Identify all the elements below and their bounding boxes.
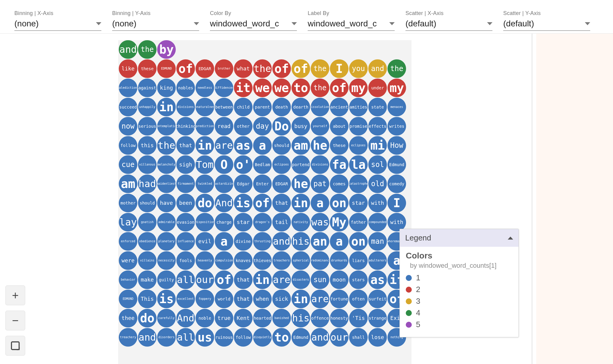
- data-point[interactable]: tail: [272, 213, 291, 231]
- data-point[interactable]: yourself: [311, 117, 329, 136]
- data-point[interactable]: brother: [215, 59, 233, 78]
- data-point[interactable]: unnaturalness: [196, 98, 214, 116]
- data-point[interactable]: in: [253, 270, 272, 289]
- data-point[interactable]: nativity: [292, 213, 310, 231]
- zoom-in-button[interactable]: +: [5, 285, 25, 305]
- data-point[interactable]: other: [234, 117, 253, 136]
- data-point[interactable]: writes: [387, 117, 406, 136]
- data-point[interactable]: Bedlam: [253, 155, 272, 174]
- fit-to-screen-button[interactable]: [5, 336, 25, 356]
- data-point[interactable]: nobles: [176, 79, 195, 97]
- data-point[interactable]: in: [196, 136, 214, 155]
- data-point[interactable]: and: [272, 232, 291, 251]
- data-point[interactable]: he: [292, 175, 310, 193]
- data-point[interactable]: portend: [292, 155, 310, 174]
- data-point[interactable]: treachery: [119, 328, 137, 347]
- data-point[interactable]: had: [138, 175, 157, 193]
- data-point[interactable]: that: [272, 194, 291, 212]
- data-point[interactable]: my: [349, 79, 368, 97]
- data-point[interactable]: and: [138, 328, 157, 347]
- data-point[interactable]: adulterers: [368, 251, 387, 270]
- data-point[interactable]: maidenliest: [157, 175, 176, 193]
- data-point[interactable]: maledictions: [119, 79, 137, 97]
- data-point[interactable]: read: [215, 117, 233, 136]
- data-point[interactable]: sun: [311, 270, 329, 289]
- data-point[interactable]: do: [196, 194, 214, 212]
- data-point[interactable]: treachers: [272, 251, 291, 270]
- data-point[interactable]: stars: [349, 270, 368, 289]
- data-point[interactable]: disorders: [157, 328, 176, 347]
- data-point[interactable]: follow: [234, 328, 253, 347]
- data-point[interactable]: Edgar: [234, 175, 253, 193]
- data-point[interactable]: evasion: [176, 213, 195, 231]
- scatter-y-field[interactable]: Scatter | Y-Axis (default): [503, 10, 590, 31]
- data-point[interactable]: promise: [349, 117, 368, 136]
- field-dropdown[interactable]: (none): [14, 18, 101, 31]
- data-point[interactable]: planetary: [157, 232, 176, 251]
- color-by-field[interactable]: Color By windowed_word_c: [210, 10, 297, 31]
- data-point[interactable]: sigh: [176, 155, 195, 174]
- data-point[interactable]: that: [234, 290, 253, 308]
- data-point[interactable]: prediction: [196, 117, 214, 136]
- data-point[interactable]: evil: [196, 232, 214, 251]
- data-point[interactable]: should: [138, 194, 157, 212]
- data-point[interactable]: do: [138, 309, 157, 327]
- data-point[interactable]: am: [119, 175, 137, 193]
- data-point[interactable]: old: [368, 175, 387, 193]
- data-point[interactable]: that: [176, 136, 195, 155]
- data-point[interactable]: sol: [368, 155, 387, 174]
- data-point[interactable]: Kent: [234, 309, 253, 327]
- data-point[interactable]: influence: [176, 232, 195, 251]
- data-point[interactable]: bastardizing: [215, 175, 233, 193]
- data-point[interactable]: serious: [138, 117, 157, 136]
- data-point[interactable]: a: [330, 232, 348, 251]
- data-point[interactable]: world: [215, 290, 233, 308]
- data-point[interactable]: goatish: [138, 213, 157, 231]
- data-point[interactable]: about: [330, 117, 348, 136]
- data-point[interactable]: charge: [215, 213, 233, 231]
- data-point[interactable]: star: [349, 194, 368, 212]
- data-point[interactable]: twinkled: [196, 175, 214, 193]
- data-point[interactable]: day: [253, 117, 272, 136]
- data-point[interactable]: an: [311, 232, 329, 251]
- data-point[interactable]: compounded: [368, 213, 387, 231]
- data-point[interactable]: sick: [272, 290, 291, 308]
- data-point[interactable]: EDGAR: [272, 175, 291, 193]
- data-point[interactable]: guilty: [157, 270, 176, 289]
- data-point[interactable]: is: [157, 290, 176, 308]
- data-point[interactable]: How: [387, 136, 406, 155]
- data-point[interactable]: with: [368, 194, 387, 212]
- data-point[interactable]: thee: [119, 309, 137, 327]
- data-point[interactable]: our: [330, 328, 348, 347]
- data-point[interactable]: carefully: [157, 309, 176, 327]
- field-dropdown[interactable]: (none): [112, 18, 199, 31]
- data-point[interactable]: Edmund: [292, 328, 310, 347]
- legend-entry[interactable]: 2: [406, 285, 513, 294]
- data-point[interactable]: mi: [368, 136, 387, 155]
- data-point[interactable]: are: [311, 290, 329, 308]
- data-point[interactable]: am: [292, 136, 310, 155]
- data-point[interactable]: obedience: [138, 232, 157, 251]
- data-point[interactable]: admirable: [157, 213, 176, 231]
- data-point[interactable]: eclipses: [272, 155, 291, 174]
- data-point[interactable]: dearth: [292, 98, 310, 116]
- data-point[interactable]: on: [349, 232, 368, 251]
- data-point[interactable]: our: [196, 270, 214, 289]
- data-point[interactable]: king: [157, 79, 176, 97]
- data-point[interactable]: enforced: [119, 232, 137, 251]
- field-dropdown[interactable]: (default): [503, 18, 590, 31]
- data-point[interactable]: pat: [311, 175, 329, 193]
- data-point[interactable]: as: [234, 136, 253, 155]
- data-point[interactable]: liars: [349, 251, 368, 270]
- data-point[interactable]: you: [349, 59, 368, 78]
- data-point[interactable]: the: [157, 136, 176, 155]
- data-point[interactable]: of: [253, 194, 272, 212]
- data-point[interactable]: man: [368, 232, 387, 251]
- data-point[interactable]: his: [292, 309, 310, 327]
- data-point[interactable]: predominance: [311, 251, 329, 270]
- data-point[interactable]: in: [157, 98, 176, 116]
- data-point[interactable]: ancient: [330, 98, 348, 116]
- zoom-out-button[interactable]: −: [5, 311, 25, 330]
- data-point[interactable]: And: [176, 309, 195, 327]
- data-point[interactable]: surfeit: [368, 290, 387, 308]
